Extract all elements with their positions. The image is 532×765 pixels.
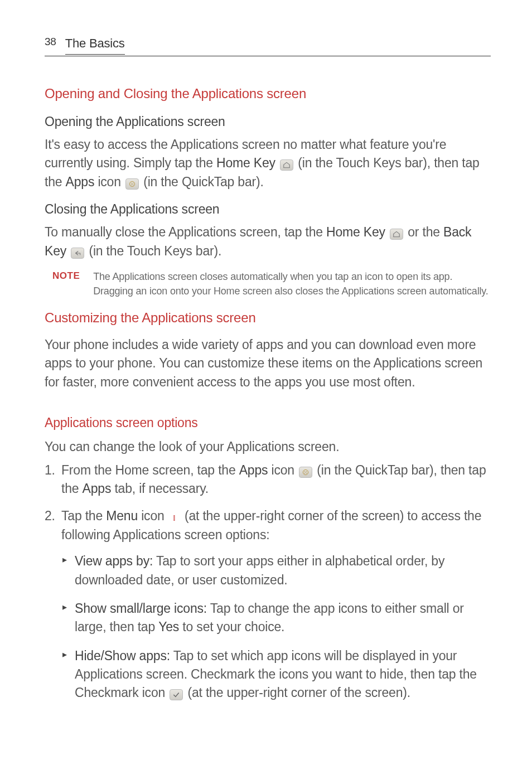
text: From the Home screen, tap the	[61, 463, 239, 477]
svg-point-8	[306, 471, 307, 471]
menu-icon	[169, 512, 180, 524]
svg-point-4	[133, 185, 133, 185]
paragraph-customizing: Your phone includes a wide variety of ap…	[45, 336, 491, 391]
note-callout: NOTE The Applications screen closes auto…	[52, 269, 491, 298]
text: Tap the	[61, 509, 106, 523]
svg-rect-12	[173, 516, 175, 517]
svg-point-2	[133, 182, 133, 183]
back-icon	[71, 248, 84, 259]
svg-point-3	[131, 185, 132, 185]
bullet-label: Hide/Show apps:	[75, 648, 170, 663]
text: To manually close the Applications scree…	[45, 225, 326, 239]
text: or the	[408, 225, 443, 239]
bullet-text: to set your choice.	[179, 619, 284, 634]
bullet-label: View apps by:	[75, 554, 153, 568]
yes-label: Yes	[158, 619, 179, 634]
heading-customizing: Customizing the Applications screen	[45, 308, 491, 328]
svg-point-11	[305, 472, 306, 472]
home-key-label: Home Key	[326, 225, 385, 239]
paragraph-opening: It's easy to access the Applications scr…	[45, 135, 491, 191]
heading-options: Applications screen options	[45, 414, 491, 432]
svg-rect-14	[173, 520, 175, 521]
home-key-label: Home Key	[216, 156, 275, 170]
home-icon	[390, 229, 403, 240]
heading-closing: Closing the Applications screen	[45, 200, 491, 219]
bullet-view-apps-by: View apps by: Tap to sort your apps eith…	[61, 552, 491, 589]
text: tab, if necessary.	[111, 481, 209, 496]
page-header: 38 The Basics	[45, 32, 491, 56]
page-number: 38	[45, 34, 56, 50]
bullet-show-icons: Show small/large icons: Tap to change th…	[61, 599, 491, 637]
home-icon	[280, 159, 293, 171]
svg-point-5	[132, 183, 132, 184]
checkmark-icon	[170, 689, 183, 700]
step-1: From the Home screen, tap the Apps icon …	[45, 461, 491, 498]
text: (in the Touch Keys bar).	[89, 244, 221, 258]
heading-opening: Opening the Applications screen	[45, 113, 491, 131]
menu-label: Menu	[106, 509, 138, 523]
svg-point-10	[306, 473, 307, 473]
apps-icon	[299, 467, 312, 478]
note-text: The Applications screen closes automatic…	[93, 269, 491, 298]
paragraph-options-intro: You can change the look of your Applicat…	[45, 438, 491, 456]
step-2: Tap the Menu icon (at the upper-right co…	[45, 507, 491, 702]
svg-point-1	[131, 182, 132, 183]
apps-icon	[125, 178, 139, 190]
bullet-hide-show: Hide/Show apps: Tap to set which app ico…	[61, 647, 491, 703]
text: icon	[94, 175, 124, 189]
svg-point-9	[304, 473, 305, 473]
paragraph-closing: To manually close the Applications scree…	[45, 223, 491, 260]
apps-label: Apps	[66, 175, 95, 189]
heading-opening-closing: Opening and Closing the Applications scr…	[45, 84, 491, 104]
text: icon	[138, 509, 168, 523]
options-bullets: View apps by: Tap to sort your apps eith…	[61, 552, 491, 702]
svg-rect-13	[173, 517, 175, 519]
apps-label: Apps	[239, 463, 268, 477]
section-title: The Basics	[65, 35, 125, 55]
text: icon	[268, 463, 298, 477]
bullet-label: Show small/large icons:	[75, 601, 207, 616]
apps-label: Apps	[83, 481, 112, 496]
svg-point-7	[304, 471, 305, 471]
steps-list: From the Home screen, tap the Apps icon …	[45, 461, 491, 703]
text: (in the QuickTap bar).	[140, 175, 264, 189]
bullet-text: (at the upper-right corner of the screen…	[184, 685, 410, 700]
note-label: NOTE	[52, 269, 80, 298]
